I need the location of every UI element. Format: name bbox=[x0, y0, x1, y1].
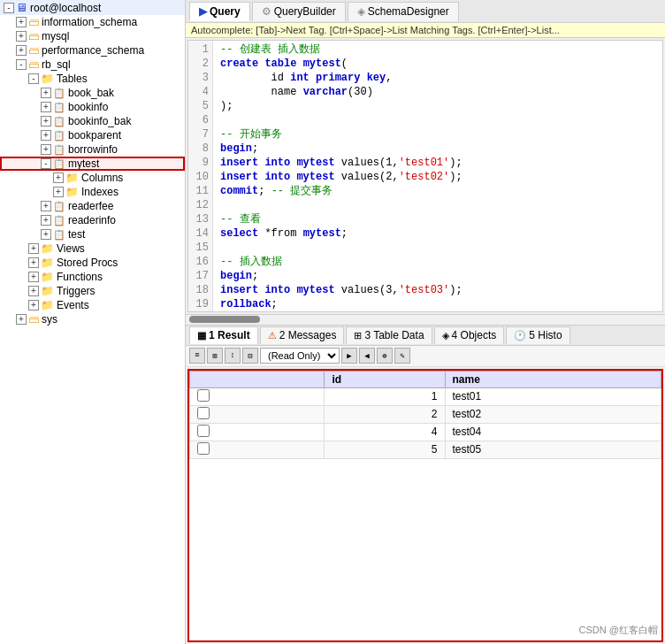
table-icon: 📋 bbox=[53, 102, 65, 113]
sidebar-item-borrowinfo[interactable]: +📋borrowinfo bbox=[0, 142, 185, 157]
expand-icon[interactable]: + bbox=[41, 229, 51, 240]
expand-icon[interactable]: + bbox=[16, 45, 27, 56]
folder-icon: 📁 bbox=[41, 73, 54, 85]
sidebar-item-test[interactable]: +📋test bbox=[0, 227, 185, 242]
watermark: CSDN @红客白帽 bbox=[579, 624, 658, 637]
expand-icon[interactable]: - bbox=[16, 59, 27, 70]
readonly-select[interactable]: (Read Only) bbox=[260, 348, 340, 364]
expand-icon[interactable]: + bbox=[28, 243, 39, 254]
expand-icon[interactable]: + bbox=[53, 187, 64, 197]
sidebar-item-bookparent[interactable]: +📋bookparent bbox=[0, 128, 185, 142]
row-checkbox-3[interactable] bbox=[197, 442, 210, 455]
tree-item-label: Columns bbox=[81, 172, 123, 184]
code-line-19: rollback; bbox=[220, 297, 655, 311]
sidebar-item-rb_sql[interactable]: -🗃rb_sql bbox=[0, 58, 185, 72]
row-checkbox-0[interactable] bbox=[197, 389, 210, 402]
sidebar-item-events[interactable]: +📁Events bbox=[0, 298, 185, 312]
sidebar-item-mytest[interactable]: -📋mytest bbox=[0, 157, 185, 171]
tree-item-label: borrowinfo bbox=[68, 143, 118, 156]
row-checkbox-2[interactable] bbox=[197, 425, 210, 437]
result-tab-3[interactable]: ◈4 Objects bbox=[434, 326, 505, 344]
expand-icon[interactable]: - bbox=[4, 3, 14, 13]
sidebar-item-views[interactable]: +📁Views bbox=[0, 242, 185, 256]
toolbar-btn-1[interactable]: ≡ bbox=[189, 348, 205, 364]
sidebar-item-information_schema[interactable]: +🗃information_schema bbox=[0, 15, 185, 29]
keyword: create table bbox=[220, 58, 296, 70]
keyword: begin bbox=[220, 142, 252, 155]
toolbar-btn-2[interactable]: ⊞ bbox=[207, 348, 223, 364]
sidebar-item-columns[interactable]: +📁Columns bbox=[0, 171, 185, 185]
sidebar-item-performance_schema[interactable]: +🗃performance_schema bbox=[0, 43, 185, 58]
cell-name-2: test04 bbox=[445, 423, 661, 441]
expand-icon[interactable]: + bbox=[53, 172, 64, 183]
expand-icon[interactable]: + bbox=[41, 201, 51, 211]
table-icon: ▦ bbox=[197, 330, 206, 341]
table-row: 2test02 bbox=[190, 405, 661, 423]
horizontal-scrollbar[interactable] bbox=[186, 314, 665, 325]
sidebar-item-triggers[interactable]: +📁Triggers bbox=[0, 284, 185, 298]
tab-query[interactable]: ▶Query bbox=[189, 2, 250, 21]
objects-icon: ◈ bbox=[442, 330, 449, 341]
expand-icon[interactable]: - bbox=[41, 158, 51, 169]
tree-item-label: Indexes bbox=[81, 186, 118, 198]
toolbar-btn-3[interactable]: ↕ bbox=[225, 348, 241, 364]
expand-icon[interactable]: + bbox=[16, 31, 27, 42]
sidebar-item-root@localhost[interactable]: -🖥root@localhost bbox=[0, 0, 185, 15]
toolbar-btn-8[interactable]: ✎ bbox=[394, 348, 410, 364]
sidebar-item-readerfee[interactable]: +📋readerfee bbox=[0, 199, 185, 213]
query-editor[interactable]: 1234567891011121314151617181920212223242… bbox=[187, 40, 663, 312]
comment: -- 提交事务 bbox=[271, 185, 333, 197]
result-tab-1[interactable]: ⚠2 Messages bbox=[260, 326, 345, 344]
tab-querybuilder[interactable]: ⚙QueryBuilder bbox=[252, 2, 346, 21]
toolbar-btn-6[interactable]: ◀ bbox=[359, 348, 375, 364]
expand-icon[interactable]: + bbox=[41, 88, 51, 98]
table-icon: 📋 bbox=[53, 88, 65, 99]
cell-id-1: 2 bbox=[325, 405, 445, 423]
tree-item-label: performance_schema bbox=[42, 44, 144, 57]
autocomplete-bar: Autocomplete: [Tab]->Next Tag. [Ctrl+Spa… bbox=[186, 23, 665, 38]
sidebar-item-book_bak[interactable]: +📋book_bak bbox=[0, 86, 185, 100]
expand-icon[interactable]: + bbox=[28, 257, 39, 268]
expand-icon[interactable]: + bbox=[41, 144, 51, 155]
tab-schemadesigner[interactable]: ◈SchemaDesigner bbox=[348, 2, 459, 21]
sidebar-item-readerinfo[interactable]: +📋readerinfo bbox=[0, 213, 185, 227]
sidebar-item-mysql[interactable]: +🗃mysql bbox=[0, 29, 185, 43]
sidebar-item-functions[interactable]: +📁Functions bbox=[0, 270, 185, 284]
sidebar-item-tables[interactable]: -📁Tables bbox=[0, 72, 185, 86]
row-checkbox-1[interactable] bbox=[197, 407, 210, 419]
result-table-container: idname 1test012test024test045test05 bbox=[187, 369, 663, 643]
expand-icon[interactable]: + bbox=[41, 130, 51, 141]
sidebar-item-sys[interactable]: +🗃sys bbox=[0, 312, 185, 326]
expand-icon[interactable]: - bbox=[28, 73, 39, 84]
table-icon: 📋 bbox=[53, 158, 65, 170]
expand-icon[interactable]: + bbox=[16, 17, 27, 27]
cell-name-3: test05 bbox=[445, 441, 661, 458]
result-tab-label: 5 Histo bbox=[529, 329, 562, 341]
result-tab-2[interactable]: ⊞3 Table Data bbox=[346, 326, 432, 344]
code-line-16: -- 插入数据 bbox=[220, 255, 655, 269]
result-tab-0[interactable]: ▦1 Result bbox=[189, 326, 258, 344]
sidebar-item-stored-procs[interactable]: +📁Stored Procs bbox=[0, 256, 185, 270]
line-numbers: 1234567891011121314151617181920212223242… bbox=[188, 41, 213, 312]
sidebar-item-bookinfo_bak[interactable]: +📋bookinfo_bak bbox=[0, 114, 185, 128]
info-icon: ⚠ bbox=[268, 330, 277, 341]
expand-icon[interactable]: + bbox=[41, 215, 51, 226]
expand-icon[interactable]: + bbox=[28, 286, 39, 296]
toolbar-btn-5[interactable]: ▶ bbox=[341, 348, 357, 364]
folder-icon: 📁 bbox=[41, 257, 54, 269]
expand-icon[interactable]: + bbox=[16, 314, 27, 325]
database-icon: 🗃 bbox=[28, 58, 39, 71]
expand-icon[interactable]: + bbox=[28, 272, 39, 282]
code-content[interactable]: -- 创建表 插入数据create table mytest( id int p… bbox=[213, 41, 662, 312]
tree-item-label: Tables bbox=[57, 73, 88, 85]
expand-icon[interactable]: + bbox=[28, 300, 39, 310]
sidebar-item-bookinfo[interactable]: +📋bookinfo bbox=[0, 100, 185, 114]
expand-icon[interactable]: + bbox=[41, 116, 51, 126]
code-line-18: insert into mytest values(3,'test03'); bbox=[220, 283, 655, 297]
table-icon: 📋 bbox=[53, 116, 65, 127]
expand-icon[interactable]: + bbox=[41, 102, 51, 112]
toolbar-btn-4[interactable]: ⊟ bbox=[242, 348, 258, 364]
sidebar-item-indexes[interactable]: +📁Indexes bbox=[0, 185, 185, 199]
result-tab-4[interactable]: 🕐5 Histo bbox=[506, 326, 569, 344]
toolbar-btn-7[interactable]: ⊕ bbox=[377, 348, 393, 364]
